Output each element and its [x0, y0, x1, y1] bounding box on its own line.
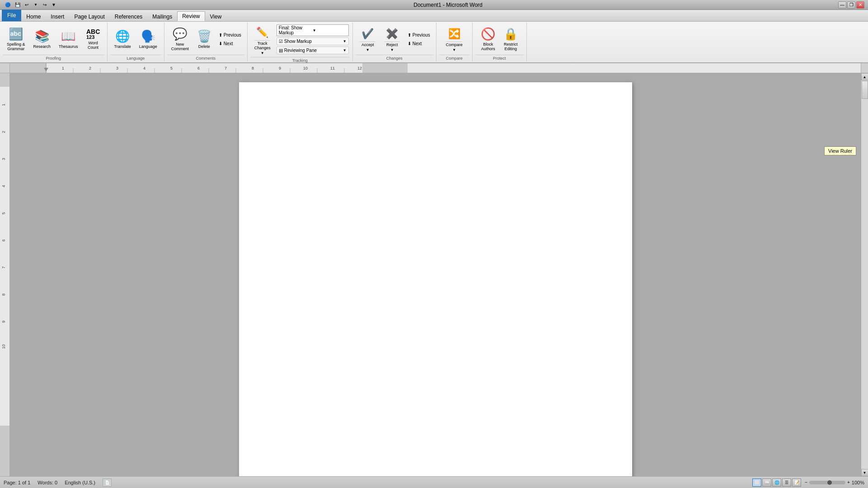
- accept-button[interactable]: ✔️ Accept ▼: [357, 26, 379, 53]
- reviewing-pane-arrow: ▼: [343, 48, 347, 52]
- compare-content: 🔀 Compare ▼: [441, 23, 468, 55]
- thesaurus-button[interactable]: 📖 Thesaurus: [56, 28, 81, 50]
- tab-insert[interactable]: Insert: [46, 11, 69, 21]
- group-protect: 🚫 Block Authors 🔒 Restrict Editing Prote…: [473, 23, 527, 61]
- compare-label: Compare: [444, 42, 464, 47]
- minimize-button[interactable]: —: [838, 1, 846, 9]
- svg-text:1: 1: [62, 66, 64, 70]
- svg-text:9: 9: [1, 320, 6, 323]
- svg-text:8: 8: [1, 293, 6, 296]
- reject-icon: ✖️: [384, 26, 400, 42]
- zoom-out-button[interactable]: −: [805, 480, 807, 485]
- spelling-grammar-button[interactable]: 🔤 Spelling & Grammar: [4, 26, 28, 52]
- compare-button[interactable]: 🔀 Compare ▼: [442, 26, 467, 53]
- reviewing-pane-button[interactable]: ▤ Reviewing Pane ▼: [277, 47, 349, 54]
- web-layout-button[interactable]: 🌐: [772, 479, 781, 487]
- window-controls: — ❐ ✕: [838, 1, 864, 9]
- track-changes-button[interactable]: ✏️ Track Changes ▼: [251, 24, 274, 56]
- delete-comment-button[interactable]: 🗑️ Delete: [194, 28, 215, 50]
- research-button[interactable]: 📚 Research: [30, 28, 54, 50]
- tab-home[interactable]: Home: [21, 11, 46, 21]
- reject-arrow[interactable]: ▼: [389, 47, 396, 52]
- previous-comment-button[interactable]: ⬆ Previous: [216, 31, 244, 39]
- tab-mailings[interactable]: Mailings: [147, 11, 177, 21]
- next-change-label: Next: [413, 41, 422, 46]
- svg-text:12: 12: [357, 66, 362, 70]
- language-button[interactable]: 🗣️ Language: [136, 28, 160, 50]
- tab-references[interactable]: References: [110, 11, 147, 21]
- previous-comment-icon: ⬆: [219, 33, 222, 38]
- scroll-thumb[interactable]: [862, 81, 868, 99]
- comments-group-label: Comments: [167, 55, 244, 61]
- tab-review[interactable]: Review: [177, 11, 205, 21]
- tracking-options: Final: Show Markup ▼ ☑ Show Markup ▼ ▤ R…: [277, 24, 349, 54]
- new-comment-button[interactable]: 💬 New Comment: [168, 26, 192, 52]
- zoom-thumb[interactable]: [827, 480, 832, 485]
- vertical-scrollbar[interactable]: ▲ ▼: [861, 73, 868, 476]
- undo-arrow-button[interactable]: ▼: [32, 1, 40, 9]
- reject-button[interactable]: ✖️ Reject ▼: [381, 26, 404, 53]
- outline-button[interactable]: ☰: [782, 479, 791, 487]
- comments-nav: ⬆ Previous ⬇ Next: [216, 31, 244, 47]
- close-button[interactable]: ✕: [856, 1, 864, 9]
- document-page[interactable]: [239, 82, 632, 476]
- group-compare: 🔀 Compare ▼ Compare: [436, 23, 473, 61]
- scroll-up-button[interactable]: ▲: [861, 73, 868, 80]
- markup-dropdown[interactable]: Final: Show Markup ▼: [277, 24, 349, 36]
- svg-text:6: 6: [197, 66, 200, 70]
- view-ruler-label: View Ruler: [828, 148, 852, 154]
- track-changes-label: Track Changes: [253, 41, 272, 51]
- zoom-slider[interactable]: [809, 481, 845, 484]
- svg-text:2: 2: [89, 66, 91, 70]
- print-layout-button[interactable]: ⬜: [752, 479, 761, 487]
- translate-button[interactable]: 🌐 Translate: [111, 28, 134, 50]
- save-button[interactable]: 💾: [14, 1, 22, 9]
- draft-button[interactable]: 📝: [792, 479, 801, 487]
- ribbon: 🔤 Spelling & Grammar 📚 Research 📖 Thesau…: [0, 22, 868, 63]
- scroll-down-button[interactable]: ▼: [861, 469, 868, 476]
- word-count-button[interactable]: ABC 123 Word Count: [83, 27, 103, 51]
- zoom-in-button[interactable]: +: [847, 480, 850, 485]
- restrict-editing-button[interactable]: 🔒 Restrict Editing: [500, 26, 521, 52]
- tab-file[interactable]: File: [2, 9, 21, 21]
- svg-text:5: 5: [1, 212, 6, 214]
- svg-text:10: 10: [1, 344, 6, 349]
- status-bar: Page: 1 of 1 Words: 0 English (U.S.) 📄 ⬜…: [0, 476, 868, 488]
- word-count-indicator: Words: 0: [38, 480, 57, 485]
- comments-content: 💬 New Comment 🗑️ Delete ⬆ Previous ⬇ Nex…: [167, 23, 244, 55]
- show-markup-arrow: ▼: [343, 39, 347, 43]
- next-comment-label: Next: [224, 41, 233, 46]
- undo-button[interactable]: ↩: [23, 1, 31, 9]
- quick-access-more-button[interactable]: ▼: [50, 1, 58, 9]
- maximize-button[interactable]: ❐: [847, 1, 855, 9]
- translate-icon: 🌐: [115, 29, 130, 43]
- word-count-label: Word Count: [88, 41, 99, 50]
- previous-change-button[interactable]: ⬆ Previous: [405, 31, 432, 39]
- track-changes-arrow[interactable]: ▼: [259, 51, 266, 56]
- delete-icon: 🗑️: [197, 29, 211, 43]
- zoom-percent[interactable]: 100%: [852, 480, 864, 485]
- window-title: Document1 - Microsoft Word: [58, 2, 838, 8]
- status-right: ⬜ 📖 🌐 ☰ 📝 − + 100%: [752, 479, 864, 487]
- proofing-content: 🔤 Spelling & Grammar 📚 Research 📖 Thesau…: [3, 23, 104, 55]
- scroll-track[interactable]: [861, 80, 868, 469]
- compare-arrow[interactable]: ▼: [450, 47, 458, 52]
- svg-rect-29: [0, 73, 10, 87]
- translate-label: Translate: [114, 44, 131, 49]
- book-icon-button[interactable]: 📄: [103, 479, 112, 487]
- redo-button[interactable]: ↪: [41, 1, 49, 9]
- full-reading-button[interactable]: 📖: [762, 479, 771, 487]
- show-markup-label: Show Markup: [284, 39, 312, 44]
- accept-arrow[interactable]: ▼: [364, 47, 371, 52]
- view-mode-buttons: ⬜ 📖 🌐 ☰ 📝: [752, 479, 801, 487]
- next-comment-button[interactable]: ⬇ Next: [216, 40, 244, 47]
- show-markup-button[interactable]: ☑ Show Markup ▼: [277, 38, 349, 45]
- tab-page-layout[interactable]: Page Layout: [69, 11, 109, 21]
- research-icon: 📚: [35, 29, 49, 43]
- svg-rect-1: [10, 63, 46, 73]
- ruler-scrollbar-corner: [861, 63, 868, 73]
- tab-view[interactable]: View: [205, 11, 227, 21]
- next-change-button[interactable]: ⬇ Next: [405, 40, 432, 47]
- document-area[interactable]: [10, 73, 861, 476]
- block-authors-button[interactable]: 🚫 Block Authors: [478, 26, 498, 52]
